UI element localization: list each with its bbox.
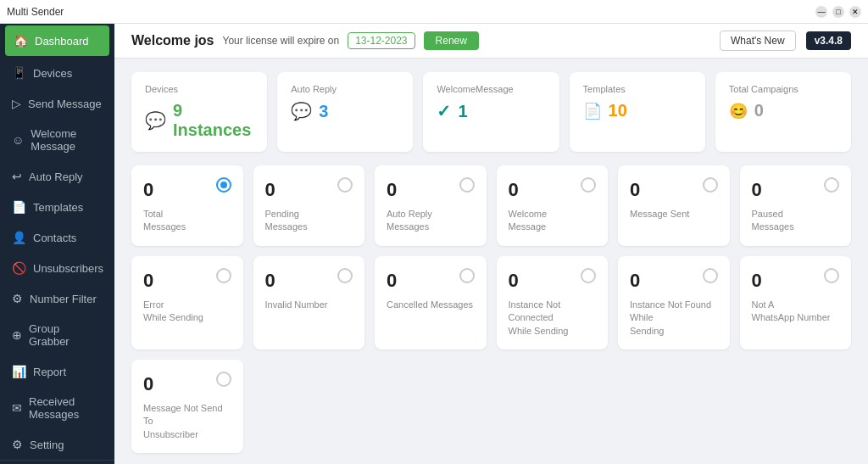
stat-label-not-connected: Instance Not ConnectedWhile Sending (509, 299, 597, 338)
stat-label-paused: PausedMessages (752, 208, 840, 234)
stat-label-not-found: Instance Not Found WhileSending (630, 299, 718, 338)
stat-label-pending: PendingMessages (265, 208, 353, 234)
page-header: Welcome jos Your license will expire on … (114, 24, 868, 59)
license-text: Your license will expire on (223, 35, 340, 47)
stat-radio-sent (703, 177, 718, 193)
sidebar-item-label: Auto Reply (29, 171, 83, 183)
stat-pending-messages: 0 PendingMessages (253, 165, 365, 246)
stat-radio-paused (824, 177, 839, 193)
templates-card-icon: 📄 (583, 102, 602, 120)
auto-reply-card-number: 3 (319, 102, 328, 121)
devices-card-label: Devices (145, 84, 253, 94)
stat-label-welcome: WelcomeMessage (509, 208, 597, 234)
sidebar-item-contacts[interactable]: 👤 Contacts (0, 222, 114, 253)
app-layout: 🏠 Dashboard 📱 Devices ▷ Send Message ☺ W… (0, 24, 868, 464)
campaigns-card-icon: 😊 (729, 102, 748, 120)
stat-label-autoreply: Auto ReplyMessages (387, 208, 475, 234)
welcome-card-icon: ✓ (437, 101, 451, 121)
sidebar-item-setting[interactable]: ⚙ Setting (0, 429, 114, 460)
templates-summary-card: Templates 📄 10 (570, 72, 705, 152)
home-icon: 🏠 (14, 34, 28, 48)
campaigns-card-label: Total Campaigns (729, 84, 837, 94)
stat-label-not-whatsapp: Not AWhatsApp Number (752, 299, 840, 325)
auto-reply-card-icon: 💬 (291, 101, 312, 121)
sidebar-item-unsubscribers[interactable]: 🚫 Unsubscribers (0, 253, 114, 283)
setting-icon: ⚙ (12, 438, 23, 451)
templates-card-value: 📄 10 (583, 101, 692, 120)
welcome-card-value: ✓ 1 (437, 101, 545, 121)
sidebar-item-label: Devices (33, 67, 72, 80)
maximize-button[interactable]: □ (832, 6, 844, 18)
campaigns-card-value: 😊 0 (729, 101, 837, 120)
stat-radio-welcome (581, 177, 596, 193)
sidebar-item-group-grabber[interactable]: ⊕ Group Grabber (0, 314, 114, 356)
campaigns-summary-card: Total Campaigns 😊 0 (715, 72, 851, 152)
whats-new-button[interactable]: What's New (720, 31, 796, 51)
cards-area: Devices 💬 9 Instances Auto Reply 💬 3 Wel… (114, 59, 868, 464)
sidebar: 🏠 Dashboard 📱 Devices ▷ Send Message ☺ W… (0, 24, 114, 464)
stat-label-invalid: Invalid Number (265, 299, 353, 311)
sidebar-item-label: Number Filter (30, 293, 97, 305)
titlebar: Multi Sender — □ ✕ (0, 0, 868, 24)
templates-card-label: Templates (583, 84, 692, 94)
sidebar-item-label: Group Grabber (29, 322, 103, 348)
sidebar-item-label: Unsubscribers (33, 262, 103, 275)
stat-radio-cancelled (459, 268, 475, 283)
license-date: 13-12-2023 (348, 32, 415, 49)
stat-label-total: TotalMessages (143, 208, 231, 234)
stat-label-sent: Message Sent (630, 208, 718, 221)
send-icon: ▷ (12, 97, 21, 110)
sidebar-item-label: Report (33, 366, 66, 378)
templates-card-number: 10 (609, 101, 627, 120)
unsubscribers-icon: 🚫 (12, 261, 26, 275)
sidebar-item-received-messages[interactable]: ✉ Received Messages (0, 387, 114, 429)
contacts-icon: 👤 (12, 231, 26, 244)
sidebar-item-devices[interactable]: 📱 Devices (0, 58, 114, 88)
stat-welcome-message: 0 WelcomeMessage (497, 165, 609, 246)
renew-button[interactable]: Renew (424, 31, 479, 50)
sidebar-item-number-filter[interactable]: ⚙ Number Filter (0, 283, 114, 314)
stat-auto-reply-messages: 0 Auto ReplyMessages (375, 165, 487, 246)
main-content: Welcome jos Your license will expire on … (114, 24, 868, 464)
stat-radio-not-connected (581, 268, 596, 283)
sidebar-item-auto-reply[interactable]: ↩ Auto Reply (0, 161, 114, 192)
devices-card-number: 9 Instances (173, 101, 253, 140)
sidebar-item-label: Setting (30, 439, 64, 451)
stat-radio-total (216, 177, 231, 193)
stats-grid-row3: 0 Message Not Send ToUnsubscriber (131, 360, 851, 453)
stat-not-send-unsubscriber: 0 Message Not Send ToUnsubscriber (131, 360, 243, 453)
inbox-icon: ✉ (12, 401, 22, 415)
minimize-button[interactable]: — (815, 6, 827, 18)
header-left: Welcome jos Your license will expire on … (131, 31, 479, 50)
sidebar-item-welcome-message[interactable]: ☺ Welcome Message (0, 119, 114, 161)
stat-not-found: 0 Instance Not Found WhileSending (618, 256, 730, 349)
stat-radio-autoreply (459, 177, 475, 193)
welcome-card-label: WelcomeMessage (437, 84, 545, 94)
welcome-text: Welcome jos (131, 33, 214, 48)
devices-summary-card: Devices 💬 9 Instances (131, 72, 267, 152)
sidebar-item-label: Templates (33, 201, 83, 214)
sidebar-item-label: Contacts (33, 232, 76, 244)
stat-label-unsubscriber: Message Not Send ToUnsubscriber (143, 402, 231, 441)
summary-cards: Devices 💬 9 Instances Auto Reply 💬 3 Wel… (131, 72, 851, 152)
group-icon: ⊕ (12, 328, 22, 342)
report-icon: 📊 (12, 365, 26, 378)
stats-grid-row1: 0 TotalMessages 0 PendingMessages 0 Auto… (131, 165, 851, 246)
stat-paused-messages: 0 PausedMessages (740, 165, 852, 246)
stats-grid-row2: 0 ErrorWhile Sending 0 Invalid Number 0 … (131, 256, 851, 349)
sidebar-item-report[interactable]: 📊 Report (0, 356, 114, 387)
stat-radio-not-found (703, 268, 718, 283)
reply-icon: ↩ (12, 170, 22, 183)
sidebar-item-send-message[interactable]: ▷ Send Message (0, 88, 114, 119)
close-button[interactable]: ✕ (849, 6, 861, 18)
stat-total-messages: 0 TotalMessages (131, 165, 243, 246)
stat-radio-error (216, 268, 231, 283)
window-controls: — □ ✕ (815, 6, 861, 18)
stat-cancelled-messages: 0 Cancelled Messages (375, 256, 487, 349)
sidebar-item-label: Send Message (28, 98, 102, 110)
sidebar-item-templates[interactable]: 📄 Templates (0, 192, 114, 222)
devices-card-icon: 💬 (145, 110, 166, 131)
devices-card-value: 💬 9 Instances (145, 101, 253, 140)
sidebar-item-dashboard[interactable]: 🏠 Dashboard (5, 25, 109, 56)
templates-icon: 📄 (12, 200, 26, 214)
